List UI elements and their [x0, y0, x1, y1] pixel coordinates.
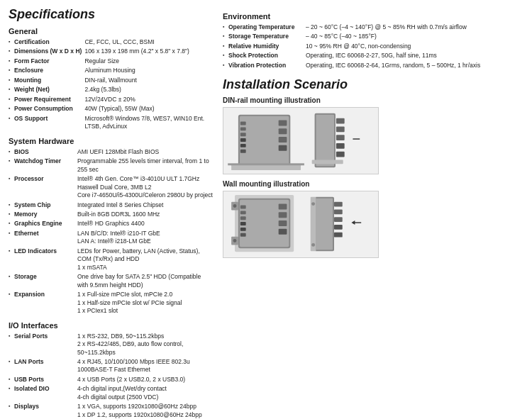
spec-label: Dimensions (W x D x H): [9, 47, 83, 56]
svg-rect-12: [231, 165, 301, 171]
svg-rect-15: [316, 115, 334, 166]
table-row: Graphics EngineIntel® HD Graphics 4400: [9, 219, 214, 228]
wall-mount-label: Wall mounting illustration: [223, 180, 523, 188]
spec-label: USB Ports: [9, 375, 76, 384]
spec-label: System Chip: [9, 201, 76, 210]
svg-rect-11: [279, 145, 287, 151]
table-row: MountingDIN-rail, Wallmount: [9, 76, 214, 85]
spec-label: Processor: [9, 174, 76, 200]
spec-value: Intel® HD Graphics 4400: [76, 219, 214, 228]
spec-value: 12V/24VDC ± 20%: [83, 95, 214, 104]
svg-point-38: [233, 204, 237, 208]
page-wrapper: Specifications General CertificationCE, …: [0, 0, 532, 419]
spec-label: Enclosure: [9, 66, 83, 75]
spec-label: LAN Ports: [9, 357, 76, 375]
spec-label: Watchdog Timer: [9, 157, 76, 174]
spec-label: Memory: [9, 210, 76, 219]
spec-value: 1 x RS-232, DB9, 50~115.2kbps 2 x RS-422…: [76, 332, 214, 357]
table-row: OS SupportMicrosoft® Windows 7/8, WES7, …: [9, 114, 214, 132]
svg-rect-45: [334, 225, 343, 230]
svg-rect-8: [279, 121, 287, 126]
io-section-title: I/O Interfaces: [9, 321, 214, 330]
svg-rect-32: [279, 204, 287, 210]
spec-label: Isolated DIO: [9, 384, 76, 402]
svg-rect-43: [334, 210, 343, 215]
spec-value: Microsoft® Windows 7/8, WES7, WIN10 Ent.…: [83, 114, 214, 132]
svg-rect-30: [240, 228, 246, 231]
svg-rect-20: [336, 152, 345, 157]
table-row: Power Requirement12V/24VDC ± 20%: [9, 95, 214, 104]
spec-label: Expansion: [9, 290, 76, 315]
spec-label: Serial Ports: [9, 332, 76, 357]
din-rail-illustration: [223, 107, 379, 174]
table-row: EnclosureAluminum Housing: [9, 66, 214, 75]
table-row: Vibration ProtectionOperating, IEC 60068…: [223, 61, 523, 70]
spec-value: 1 x VGA, supports 1920x1080@60Hz 24bpp 1…: [76, 402, 214, 419]
table-row: EthernetLAN B/C/D: Intel® i210-IT GbE LA…: [9, 229, 214, 247]
spec-value: 4 x USB Ports (2 x USB2.0, 2 x USB3.0): [76, 375, 214, 384]
env-section-title: Environment: [223, 12, 523, 21]
spec-label: BIOS: [9, 147, 76, 157]
table-row: System ChipIntegrated Intel 8 Series Chi…: [9, 201, 214, 210]
spec-label: OS Support: [9, 114, 83, 132]
spec-value: – 40 ~ 85°C (–40 ~ 185°F): [304, 32, 523, 41]
table-row: LED IndicatorsLEDs for Power, battery, L…: [9, 247, 214, 272]
table-row: Dimensions (W x D x H)106 x 139 x 198 mm…: [9, 47, 214, 56]
svg-rect-13: [228, 164, 304, 166]
spec-label: Power Consumption: [9, 104, 83, 113]
general-spec-table: CertificationCE, FCC, UL, CCC, BSMIDimen…: [9, 38, 214, 132]
syshw-section-title: System Hardware: [9, 137, 214, 145]
table-row: Serial Ports1 x RS-232, DB9, 50~115.2kbp…: [9, 332, 214, 357]
page-title: Specifications: [9, 7, 214, 22]
spec-label: Graphics Engine: [9, 219, 76, 228]
spec-value: DIN-rail, Wallmount: [83, 76, 214, 85]
table-row: Power Consumption40W (Typical), 55W (Max…: [9, 104, 214, 113]
spec-value: 40W (Typical), 55W (Max): [83, 104, 214, 113]
spec-value: LEDs for Power, battery, LAN (Active, St…: [76, 247, 214, 272]
svg-point-48: [311, 203, 315, 206]
spec-value: LAN B/C/D: Intel® i210-IT GbE LAN A: Int…: [76, 229, 214, 247]
table-row: ProcessorIntel® 4th Gen. Core™ i3-4010U …: [9, 174, 214, 200]
spec-value: Operating, IEC 60068-2-27, 50G, half sin…: [304, 51, 523, 60]
main-content: Specifications General CertificationCE, …: [0, 0, 532, 419]
svg-rect-46: [334, 233, 343, 238]
installation-title: Installation Scenario: [223, 77, 523, 92]
table-row: Form FactorRegular Size: [9, 57, 214, 66]
spec-label: Shock Protection: [223, 51, 304, 60]
spec-value: Integrated Intel 8 Series Chipset: [76, 201, 214, 210]
spec-label: Storage: [9, 272, 76, 290]
spec-value: One drive bay for SATA 2.5" HDD (Compati…: [76, 272, 214, 290]
spec-label: Ethernet: [9, 229, 76, 247]
left-column: Specifications General CertificationCE, …: [9, 7, 214, 419]
installation-section: Installation Scenario DIN-rail mounting …: [223, 77, 523, 258]
svg-rect-35: [279, 229, 287, 235]
svg-rect-41: [316, 199, 333, 250]
spec-label: Form Factor: [9, 57, 83, 66]
svg-rect-21: [312, 160, 343, 164]
table-row: Shock ProtectionOperating, IEC 60068-2-2…: [223, 51, 523, 60]
svg-rect-28: [240, 217, 246, 220]
svg-rect-33: [279, 213, 287, 218]
table-row: Expansion1 x Full-size mPCIe slot, mPCIe…: [9, 290, 214, 315]
svg-rect-34: [279, 220, 287, 226]
svg-rect-19: [336, 143, 345, 149]
general-section-title: General: [9, 27, 214, 35]
spec-value: Regular Size: [83, 57, 214, 66]
spec-value: 4 x RJ45, 10/100/1000 Mbps IEEE 802.3u 1…: [76, 357, 214, 375]
spec-value: CE, FCC, UL, CCC, BSMI: [83, 38, 214, 47]
table-row: LAN Ports4 x RJ45, 10/100/1000 Mbps IEEE…: [9, 357, 214, 375]
spec-value: 2.4kg (5.3lbs): [83, 85, 214, 94]
spec-value: Programmable 255 levels timer interval, …: [76, 157, 214, 174]
svg-rect-9: [279, 129, 287, 135]
table-row: MemoryBuilt-in 8GB DDR3L 1600 MHz: [9, 210, 214, 219]
spec-value: 106 x 139 x 198 mm (4.2" x 5.8" x 7.8"): [83, 47, 214, 56]
table-row: Watchdog TimerProgrammable 255 levels ti…: [9, 157, 214, 174]
table-row: Storage Temperature– 40 ~ 85°C (–40 ~ 18…: [223, 32, 523, 41]
svg-rect-2: [240, 122, 246, 125]
svg-rect-31: [240, 233, 246, 237]
table-row: Displays1 x VGA, supports 1920x1080@60Hz…: [9, 402, 214, 419]
svg-rect-27: [240, 211, 246, 215]
svg-rect-18: [336, 135, 345, 141]
svg-marker-51: [351, 220, 355, 225]
svg-point-49: [311, 243, 315, 247]
